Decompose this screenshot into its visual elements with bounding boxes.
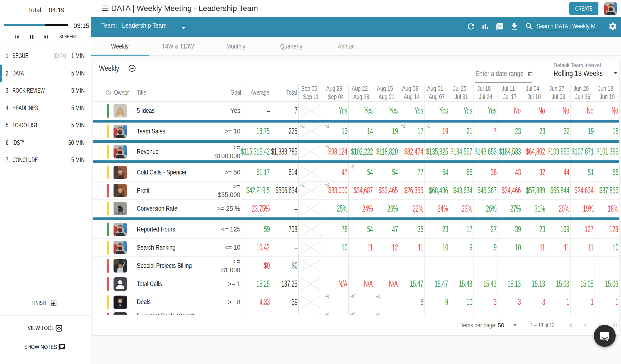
svg-text:?: ? bbox=[108, 91, 109, 94]
